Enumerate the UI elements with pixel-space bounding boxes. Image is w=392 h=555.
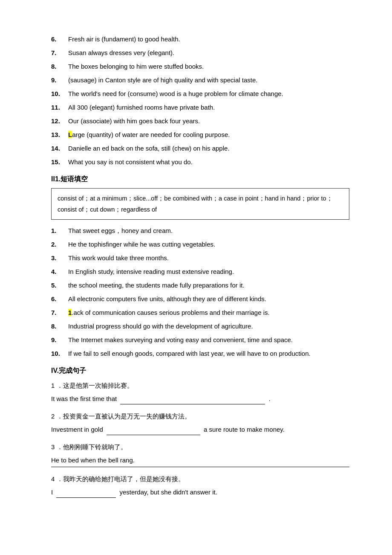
list-item: 1. That sweet eggs，honey and cream.	[51, 226, 349, 236]
list-item: 14. Danielle an ed back on the sofa, sti…	[51, 143, 349, 154]
item-text: Fresh air is (fundament) to good health.	[68, 34, 349, 44]
chinese-sentence-4: 4 ．我昨天的确给她打电话了，但是她没有接。	[51, 473, 349, 485]
item-text: What you say is not consistent what you …	[68, 157, 349, 167]
list-item: 9. The Internet makes surveying and voti…	[51, 335, 349, 345]
chinese-sentence-1: 1 ．这是他第一次输掉比赛。	[51, 380, 349, 391]
item-text: the school meeting, the students made fu…	[68, 280, 349, 291]
item-number: 7.	[51, 308, 68, 318]
list-item: 10. If we fail to sell enough goods, com…	[51, 349, 349, 359]
english-sentence-3: He to bed when the bell rang.	[51, 454, 349, 467]
item-text: Susan always dresses very (elegant).	[68, 48, 349, 58]
item-text: He the tophisfinger while he was cutting…	[68, 239, 349, 250]
item-number: 5.	[51, 280, 68, 291]
list-item: 8. Industrial progress should go with th…	[51, 321, 349, 331]
list-item: 2. He the tophisfinger while he was cutt…	[51, 239, 349, 250]
item-number: 4.	[51, 267, 68, 277]
list-item: 11. All 300 (elegant) furnished rooms ha…	[51, 102, 349, 113]
item-text: All 300 (elegant) furnished rooms have p…	[68, 102, 349, 113]
item-text: 1.ack of communication causes serious pr…	[68, 308, 349, 318]
english-sentence-1: It was the first time that .	[51, 393, 349, 404]
list-item: 12. Our (associate) with him goes back f…	[51, 116, 349, 126]
english-suffix: .	[269, 395, 271, 402]
item-number: 13.	[51, 130, 68, 140]
list-item: 6. All electronic computers five units, …	[51, 294, 349, 304]
english-sentence-2: Investment in gold a sure route to make …	[51, 424, 349, 435]
list-item: 4. In English study, intensive reading m…	[51, 267, 349, 277]
item-number: 6.	[51, 294, 68, 304]
list-item: 7. 1.ack of communication causes serious…	[51, 308, 349, 318]
part-four-section: 1 ．这是他第一次输掉比赛。 It was the first time tha…	[51, 380, 349, 498]
chinese-sentence-2: 2 ．投资黄金一直被认为是万无一失的赚钱方法。	[51, 410, 349, 422]
item-number: 15.	[51, 157, 68, 167]
list-item: 8. The boxes belonging to him were stuff…	[51, 61, 349, 72]
list-item: 6. Fresh air is (fundament) to good heal…	[51, 34, 349, 44]
item-number: 10.	[51, 89, 68, 99]
part-two-header: II1.短语填空	[51, 175, 349, 184]
item-number: 1.	[51, 226, 68, 236]
chinese-text: 4 ．我昨天的确给她打电话了，但是她没有接。	[51, 475, 184, 482]
item-number: 11.	[51, 102, 68, 113]
phrase-box-text: consist of；at a minimum；slice...off；be c…	[58, 195, 333, 213]
item-text: The boxes belonging to him were stuffed …	[68, 61, 349, 72]
list-item: 7. Susan always dresses very (elegant).	[51, 48, 349, 58]
item-text: That sweet eggs，honey and cream.	[68, 226, 349, 236]
item-number: 8.	[51, 321, 68, 331]
part-four-header: IV.完成句子	[51, 366, 349, 375]
part-one-section: 6. Fresh air is (fundament) to good heal…	[51, 34, 349, 167]
item-text: This work would take three months.	[68, 253, 349, 263]
list-item: 15. What you say is not consistent what …	[51, 157, 349, 167]
chinese-text: 1 ．这是他第一次输掉比赛。	[51, 382, 133, 389]
part-two-section: 1. That sweet eggs，honey and cream. 2. H…	[51, 226, 349, 359]
item-number: 3.	[51, 253, 68, 263]
item-number: 14.	[51, 143, 68, 154]
item-text: Large (quantity) of water are needed for…	[68, 130, 349, 140]
item-text: Our (associate) with him goes back four …	[68, 116, 349, 126]
chinese-text: 3 ．他刚刚睡下铃就响了。	[51, 443, 127, 450]
item-text: The Internet makes surveying and voting …	[68, 335, 349, 345]
item-text: (sausage) in Canton style are of high qu…	[68, 75, 349, 85]
item-number: 12.	[51, 116, 68, 126]
item-text: Danielle an ed back on the sofa, still (…	[68, 143, 349, 154]
item-text: If we fail to sell enough goods, compare…	[68, 349, 349, 359]
list-item: 10. The world's need for (consume) wood …	[51, 89, 349, 99]
chinese-sentence-3: 3 ．他刚刚睡下铃就响了。	[51, 441, 349, 453]
item-number: 9.	[51, 75, 68, 85]
highlight-l: L	[68, 131, 72, 138]
item-text: In English study, intensive reading must…	[68, 267, 349, 277]
full-underline	[51, 467, 349, 467]
english-prefix: Investment in gold	[51, 426, 103, 433]
item-number: 7.	[51, 48, 68, 58]
item-text: All electronic computers five units, alt…	[68, 294, 349, 304]
item-text: Industrial progress should go with the d…	[68, 321, 349, 331]
list-item: 9. (sausage) in Canton style are of high…	[51, 75, 349, 85]
answer-blank[interactable]	[120, 404, 265, 404]
english-suffix: yesterday, but she didn't answer it.	[120, 488, 217, 496]
part-two-label: II1.短语填空	[51, 175, 88, 183]
english-prefix: I	[51, 488, 53, 496]
english-suffix: a sure route to make money.	[204, 426, 285, 433]
item-number: 2.	[51, 239, 68, 250]
answer-blank[interactable]	[56, 497, 116, 498]
list-item: 3. This work would take three months.	[51, 253, 349, 263]
item-number: 6.	[51, 34, 68, 44]
highlight-1: 1	[68, 309, 72, 316]
item-number: 10.	[51, 349, 68, 359]
item-number: 9.	[51, 335, 68, 345]
phrase-box: consist of；at a minimum；slice...off；be c…	[51, 188, 349, 220]
chinese-text: 2 ．投资黄金一直被认为是万无一失的赚钱方法。	[51, 413, 191, 420]
answer-blank[interactable]	[107, 435, 200, 435]
english-text: He to bed when the bell rang.	[51, 456, 135, 464]
list-item: 13. Large (quantity) of water are needed…	[51, 130, 349, 140]
item-text: The world's need for (consume) wood is a…	[68, 89, 349, 99]
list-item: 5. the school meeting, the students made…	[51, 280, 349, 291]
part-four-label: IV.完成句子	[51, 367, 86, 374]
english-sentence-4: I yesterday, but she didn't answer it.	[51, 486, 349, 498]
english-prefix: It was the first time that	[51, 395, 117, 402]
item-number: 8.	[51, 61, 68, 72]
